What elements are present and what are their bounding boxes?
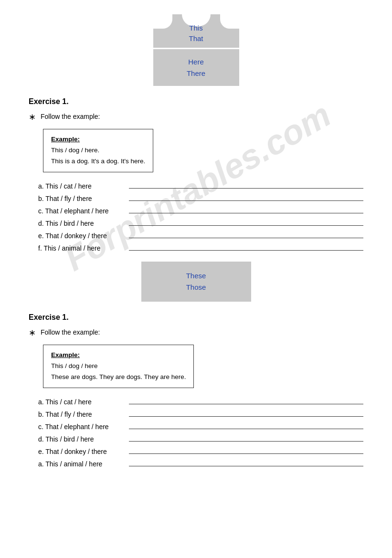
table-row: e. That / donkey / there bbox=[38, 231, 363, 240]
vocab-rect-box: TheseThose bbox=[29, 262, 363, 302]
line-label: c. That / elephant / here bbox=[38, 423, 129, 431]
table-row: b. That / fly / there bbox=[38, 193, 363, 202]
example2-line1: This / dog / here bbox=[51, 361, 186, 372]
tshirt-bottom-words: HereThere bbox=[187, 56, 205, 79]
exercise1-example-box: Example: This / dog / here. This is a do… bbox=[43, 129, 153, 172]
exercise2-heading: Exercise 1. bbox=[29, 313, 363, 322]
table-row: a. This / cat / here bbox=[38, 397, 363, 406]
line-label: d. This / bird / here bbox=[38, 435, 129, 443]
line-blank[interactable] bbox=[129, 243, 363, 251]
line-blank[interactable] bbox=[129, 218, 363, 226]
example-line2: This is a dog. It's a dog. It's here. bbox=[51, 156, 145, 167]
exercise1-lines: a. This / cat / here b. That / fly / the… bbox=[38, 181, 363, 252]
example2-line2: These are dogs. They are dogs. They are … bbox=[51, 372, 186, 383]
line-label: f. This / animal / here bbox=[38, 244, 129, 252]
tshirt-top-words: ThisThat bbox=[189, 18, 203, 44]
table-row: a. This / animal / here bbox=[38, 459, 363, 468]
line-blank[interactable] bbox=[129, 206, 363, 213]
line-blank[interactable] bbox=[129, 459, 363, 466]
line-blank[interactable] bbox=[129, 181, 363, 189]
exercise1-heading: Exercise 1. bbox=[29, 97, 363, 106]
table-row: e. That / donkey / there bbox=[38, 446, 363, 455]
line-blank[interactable] bbox=[129, 446, 363, 454]
line-label: c. That / elephant / here bbox=[38, 207, 129, 215]
line-label: e. That / donkey / there bbox=[38, 232, 129, 240]
line-blank[interactable] bbox=[129, 409, 363, 417]
instruction-bullet: ∗ bbox=[29, 113, 36, 121]
table-row: d. This / bird / here bbox=[38, 434, 363, 443]
exercise2-lines: a. This / cat / here b. That / fly / the… bbox=[38, 397, 363, 468]
line-blank[interactable] bbox=[129, 421, 363, 429]
example2-label: Example: bbox=[51, 351, 80, 358]
instruction-bullet-2: ∗ bbox=[29, 328, 36, 337]
instruction-text: Follow the example: bbox=[41, 113, 100, 120]
example-line1: This / dog / here. bbox=[51, 145, 145, 156]
line-label: a. This / cat / here bbox=[38, 398, 129, 406]
exercise2-instruction: ∗ Follow the example: bbox=[29, 328, 363, 337]
line-label: d. This / bird / here bbox=[38, 220, 129, 227]
vocab-rect-text: TheseThose bbox=[156, 270, 237, 293]
vocab-tshirt-box: ThisThat HereThere bbox=[29, 14, 363, 86]
example-label: Example: bbox=[51, 136, 80, 143]
exercise1-instruction: ∗ Follow the example: bbox=[29, 113, 363, 121]
instruction-text-2: Follow the example: bbox=[41, 328, 100, 336]
line-label: b. That / fly / there bbox=[38, 411, 129, 418]
exercise2-example-box: Example: This / dog / here These are dog… bbox=[43, 345, 194, 388]
line-label: a. This / cat / here bbox=[38, 182, 129, 190]
table-row: c. That / elephant / here bbox=[38, 421, 363, 431]
line-blank[interactable] bbox=[129, 193, 363, 201]
table-row: a. This / cat / here bbox=[38, 181, 363, 190]
line-label: a. This / animal / here bbox=[38, 460, 129, 468]
line-blank[interactable] bbox=[129, 397, 363, 404]
line-label: b. That / fly / there bbox=[38, 195, 129, 202]
line-blank[interactable] bbox=[129, 231, 363, 238]
line-blank[interactable] bbox=[129, 434, 363, 442]
table-row: f. This / animal / here bbox=[38, 243, 363, 252]
line-label: e. That / donkey / there bbox=[38, 448, 129, 455]
table-row: c. That / elephant / here bbox=[38, 206, 363, 215]
table-row: d. This / bird / here bbox=[38, 218, 363, 227]
table-row: b. That / fly / there bbox=[38, 409, 363, 418]
